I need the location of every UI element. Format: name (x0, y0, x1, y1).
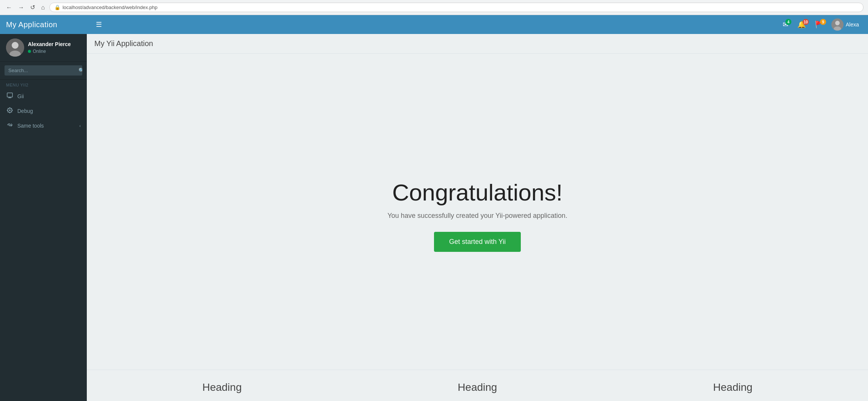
home-button[interactable]: ⌂ (40, 3, 46, 12)
browser-chrome: ← → ↺ ⌂ 🔒 localhost/advanced/backend/web… (0, 0, 868, 15)
top-navbar: My Application ☰ ✉ 4 🔔 10 🚩 9 (0, 15, 868, 34)
sidebar-search-button[interactable]: 🔍 (75, 65, 82, 76)
hero-section: Congratulations! You have successfully c… (87, 54, 868, 370)
page-title: My Yii Application (94, 39, 860, 48)
sidebar-status: Online (28, 49, 71, 54)
sidebar-avatar-face (6, 39, 24, 57)
svg-rect-6 (7, 93, 12, 97)
svg-point-4 (12, 42, 18, 49)
flag-badge: 9 (820, 19, 826, 25)
sidebar-user-panel: Alexander Pierce Online (0, 34, 87, 62)
sidebar-search: 🔍 (0, 62, 87, 80)
heading-col-3: Heading (605, 381, 860, 393)
sidebar-item-gii-label: Gii (17, 93, 81, 99)
sidebar-item-gii[interactable]: Gii (0, 89, 87, 103)
sidebar-item-same-tools[interactable]: Same tools ‹ (0, 118, 87, 133)
back-button[interactable]: ← (5, 3, 14, 12)
mail-badge: 4 (785, 19, 791, 25)
sidebar-search-inner: 🔍 (5, 65, 82, 76)
content-header: My Yii Application (87, 34, 868, 54)
reload-button[interactable]: ↺ (29, 3, 37, 12)
sidebar-status-label: Online (33, 49, 46, 54)
sidebar-avatar (6, 39, 24, 57)
forward-button[interactable]: → (17, 3, 26, 12)
body-layout: Alexander Pierce Online 🔍 Menu Yii2 (0, 34, 868, 401)
same-tools-icon (6, 122, 14, 129)
navbar-brand: My Application (6, 20, 93, 29)
address-bar[interactable]: 🔒 localhost/advanced/backend/web/index.p… (49, 3, 863, 12)
sidebar-search-input[interactable] (5, 65, 75, 76)
hero-subtitle: You have successfully created your Yii-p… (388, 212, 568, 220)
sidebar-username: Alexander Pierce (28, 41, 71, 47)
svg-point-10 (9, 110, 11, 111)
heading-label-2: Heading (458, 381, 497, 393)
address-bar-icon: 🔒 (54, 5, 60, 10)
get-started-button[interactable]: Get started with Yii (434, 232, 521, 252)
gii-icon (6, 93, 14, 100)
heading-label-3: Heading (713, 381, 753, 393)
navbar-username: Alexa (846, 22, 859, 28)
heading-col-1: Heading (94, 381, 350, 393)
heading-col-2: Heading (350, 381, 605, 393)
navbar-user[interactable]: Alexa (828, 17, 862, 32)
sidebar-item-debug[interactable]: Debug (0, 103, 87, 118)
hero-title: Congratulations! (392, 179, 563, 206)
sidebar-section-label: Menu Yii2 (0, 80, 87, 89)
bell-icon-button[interactable]: 🔔 10 (794, 18, 810, 31)
sidebar-user-info: Alexander Pierce Online (28, 41, 71, 54)
app-wrapper: My Application ☰ ✉ 4 🔔 10 🚩 9 (0, 15, 868, 401)
sidebar: Alexander Pierce Online 🔍 Menu Yii2 (0, 34, 87, 401)
navbar-avatar (831, 19, 843, 31)
headings-row: Heading Heading Heading (87, 370, 868, 401)
sidebar-item-same-tools-label: Same tools (17, 123, 75, 129)
address-bar-url: localhost/advanced/backend/web/index.php (63, 5, 158, 10)
debug-icon (6, 107, 14, 114)
svg-point-1 (835, 21, 840, 25)
main-content: My Yii Application Congratulations! You … (87, 34, 868, 401)
bell-badge: 10 (803, 19, 809, 25)
sidebar-item-arrow: ‹ (79, 123, 81, 128)
navbar-icons: ✉ 4 🔔 10 🚩 9 Alexa (779, 17, 862, 32)
sidebar-toggle-button[interactable]: ☰ (93, 19, 105, 30)
sidebar-item-debug-label: Debug (17, 108, 81, 114)
flag-icon-button[interactable]: 🚩 9 (811, 18, 827, 31)
heading-label-1: Heading (202, 381, 242, 393)
status-dot (28, 50, 31, 53)
mail-icon-button[interactable]: ✉ 4 (779, 18, 792, 31)
